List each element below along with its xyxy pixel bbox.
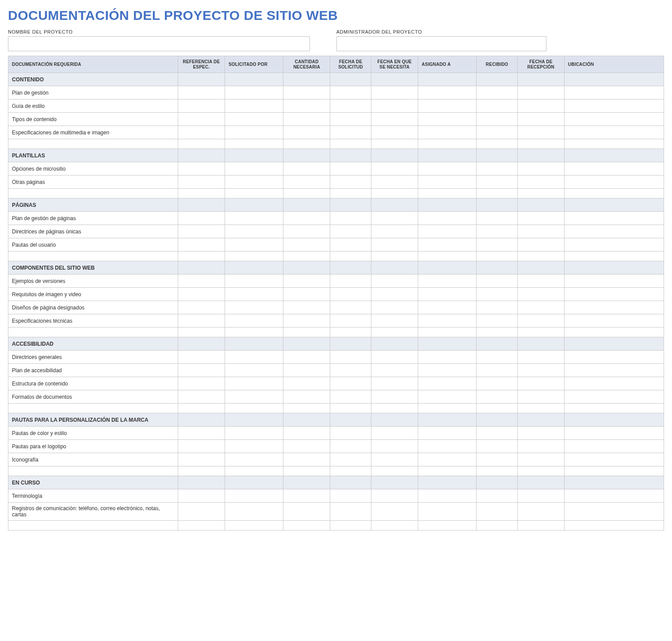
cell[interactable] [225, 225, 283, 238]
cell[interactable] [477, 404, 518, 413]
cell[interactable] [418, 453, 476, 466]
cell[interactable] [225, 364, 283, 377]
cell[interactable] [330, 275, 371, 288]
cell[interactable] [418, 377, 476, 390]
cell[interactable] [225, 288, 283, 301]
cell[interactable] [418, 404, 476, 413]
cell[interactable] [564, 328, 664, 337]
cell[interactable] [283, 466, 330, 476]
cell[interactable] [477, 238, 518, 252]
cell[interactable] [418, 99, 476, 113]
cell[interactable] [178, 377, 225, 390]
cell[interactable] [178, 364, 225, 377]
cell[interactable] [477, 212, 518, 225]
cell[interactable] [283, 86, 330, 99]
cell[interactable] [418, 212, 476, 225]
cell[interactable] [371, 189, 418, 198]
cell[interactable] [517, 521, 564, 530]
cell[interactable] [517, 86, 564, 99]
cell[interactable] [371, 99, 418, 113]
cell[interactable] [418, 314, 476, 328]
cell[interactable] [225, 301, 283, 314]
cell[interactable] [371, 301, 418, 314]
cell[interactable] [371, 404, 418, 413]
cell[interactable] [418, 126, 476, 139]
cell[interactable] [564, 440, 664, 453]
cell[interactable] [178, 113, 225, 126]
cell[interactable] [418, 489, 476, 503]
cell[interactable] [178, 189, 225, 198]
cell[interactable] [8, 521, 178, 530]
cell[interactable] [330, 252, 371, 261]
cell[interactable] [371, 252, 418, 261]
cell[interactable] [330, 377, 371, 390]
cell[interactable] [371, 440, 418, 453]
cell[interactable] [517, 162, 564, 176]
cell[interactable] [371, 113, 418, 126]
cell[interactable] [564, 126, 664, 139]
cell[interactable] [418, 225, 476, 238]
cell[interactable] [8, 139, 178, 149]
cell[interactable] [178, 252, 225, 261]
cell[interactable] [283, 503, 330, 521]
cell[interactable] [283, 225, 330, 238]
cell[interactable] [517, 314, 564, 328]
cell[interactable] [371, 212, 418, 225]
cell[interactable] [283, 314, 330, 328]
cell[interactable] [178, 288, 225, 301]
cell[interactable] [418, 390, 476, 404]
cell[interactable] [283, 377, 330, 390]
cell[interactable] [371, 176, 418, 189]
cell[interactable] [225, 176, 283, 189]
cell[interactable] [418, 189, 476, 198]
cell[interactable] [283, 489, 330, 503]
cell[interactable] [564, 99, 664, 113]
cell[interactable] [371, 225, 418, 238]
cell[interactable] [330, 288, 371, 301]
cell[interactable] [178, 212, 225, 225]
cell[interactable] [564, 189, 664, 198]
cell[interactable] [225, 126, 283, 139]
cell[interactable] [225, 377, 283, 390]
cell[interactable] [283, 176, 330, 189]
cell[interactable] [225, 212, 283, 225]
cell[interactable] [517, 364, 564, 377]
cell[interactable] [225, 275, 283, 288]
cell[interactable] [178, 86, 225, 99]
cell[interactable] [330, 351, 371, 364]
cell[interactable] [225, 489, 283, 503]
cell[interactable] [371, 521, 418, 530]
cell[interactable] [178, 162, 225, 176]
cell[interactable] [225, 390, 283, 404]
cell[interactable] [371, 328, 418, 337]
cell[interactable] [371, 162, 418, 176]
cell[interactable] [371, 390, 418, 404]
cell[interactable] [564, 162, 664, 176]
cell[interactable] [371, 503, 418, 521]
cell[interactable] [564, 314, 664, 328]
cell[interactable] [178, 314, 225, 328]
cell[interactable] [371, 86, 418, 99]
cell[interactable] [564, 301, 664, 314]
cell[interactable] [178, 390, 225, 404]
cell[interactable] [517, 238, 564, 252]
cell[interactable] [225, 404, 283, 413]
cell[interactable] [517, 252, 564, 261]
cell[interactable] [418, 521, 476, 530]
cell[interactable] [477, 377, 518, 390]
cell[interactable] [564, 252, 664, 261]
cell[interactable] [330, 466, 371, 476]
cell[interactable] [330, 314, 371, 328]
cell[interactable] [477, 453, 518, 466]
cell[interactable] [225, 466, 283, 476]
cell[interactable] [517, 466, 564, 476]
cell[interactable] [330, 139, 371, 149]
cell[interactable] [330, 225, 371, 238]
cell[interactable] [564, 113, 664, 126]
cell[interactable] [517, 99, 564, 113]
cell[interactable] [564, 377, 664, 390]
cell[interactable] [178, 328, 225, 337]
cell[interactable] [418, 503, 476, 521]
cell[interactable] [283, 252, 330, 261]
cell[interactable] [330, 489, 371, 503]
